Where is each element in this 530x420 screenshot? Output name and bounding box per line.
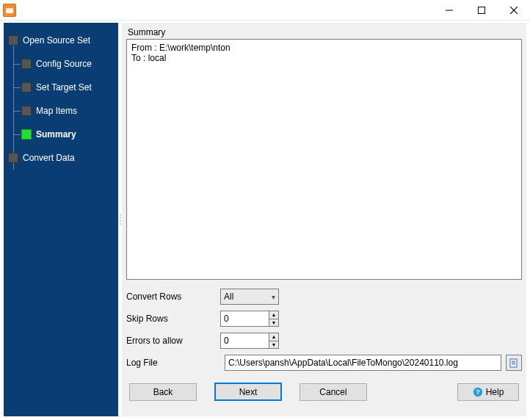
next-button[interactable]: Next (214, 383, 282, 401)
step-label: Map Items (36, 106, 77, 116)
step-label: Open Source Set (23, 35, 90, 46)
step-map-items[interactable]: Map Items (21, 101, 118, 121)
button-label: Cancel (319, 387, 346, 397)
convert-rows-label: Convert Rows (126, 292, 220, 302)
wizard-sidebar: Open Source Set Config Source Set Target… (4, 23, 118, 416)
log-file-label: Log File (126, 358, 220, 368)
step-square-selected-icon (21, 129, 32, 140)
help-button[interactable]: ? Help (457, 383, 519, 401)
options-form: Convert Rows All ▾ Skip Rows ▲▼ Errors t… (126, 289, 522, 371)
step-square-icon (21, 59, 32, 69)
close-button[interactable] (498, 0, 530, 21)
step-label: Set Target Set (36, 82, 92, 93)
step-square-icon (8, 35, 18, 46)
errors-allow-input[interactable] (221, 333, 269, 348)
spinner-up-icon[interactable]: ▲ (269, 311, 278, 319)
titlebar (0, 0, 530, 21)
skip-rows-spinner[interactable]: ▲▼ (220, 311, 279, 327)
button-label: Back (153, 387, 173, 397)
summary-section-label: Summary (128, 27, 520, 37)
step-set-target-set[interactable]: Set Target Set (21, 77, 118, 98)
step-summary[interactable]: Summary (21, 124, 118, 145)
spinner-down-icon[interactable]: ▼ (269, 319, 278, 327)
button-label: Help (486, 387, 504, 397)
step-label: Summary (36, 129, 76, 140)
app-icon (3, 4, 16, 17)
step-label: Convert Data (23, 153, 75, 163)
maximize-button[interactable] (465, 0, 498, 21)
select-value: All (224, 292, 233, 302)
minimize-button[interactable] (433, 0, 465, 21)
file-browse-icon (509, 358, 519, 368)
summary-textarea[interactable]: From : E:\work\temp\nton To : local (126, 39, 522, 280)
errors-allow-spinner[interactable]: ▲▼ (220, 333, 279, 349)
main-area: Open Source Set Config Source Set Target… (3, 22, 527, 417)
step-square-icon (21, 106, 32, 116)
cancel-button[interactable]: Cancel (300, 383, 367, 401)
step-convert-data[interactable]: Convert Data (8, 148, 118, 168)
step-config-source[interactable]: Config Source (21, 54, 118, 74)
spinner-down-icon[interactable]: ▼ (269, 341, 278, 349)
wizard-button-row: Back Next Cancel ? Help (126, 383, 522, 401)
log-file-input[interactable] (225, 355, 501, 371)
step-square-icon (21, 82, 32, 93)
chevron-down-icon: ▾ (272, 293, 275, 301)
errors-allow-label: Errors to allow (126, 336, 220, 346)
button-label: Next (239, 387, 258, 397)
step-label: Config Source (36, 59, 92, 69)
help-icon: ? (473, 387, 483, 397)
browse-log-file-button[interactable] (506, 355, 522, 371)
step-square-icon (8, 153, 18, 163)
spinner-up-icon[interactable]: ▲ (269, 333, 278, 341)
skip-rows-input[interactable] (221, 311, 269, 326)
content-panel: Summary From : E:\work\temp\nton To : lo… (122, 23, 526, 416)
window-buttons (433, 0, 530, 21)
svg-rect-3 (479, 7, 485, 13)
svg-text:?: ? (476, 388, 480, 396)
step-open-source-set[interactable]: Open Source Set (8, 30, 118, 51)
convert-rows-select[interactable]: All ▾ (220, 289, 279, 305)
skip-rows-label: Skip Rows (126, 314, 220, 324)
svg-rect-1 (6, 8, 13, 10)
back-button[interactable]: Back (129, 383, 197, 401)
